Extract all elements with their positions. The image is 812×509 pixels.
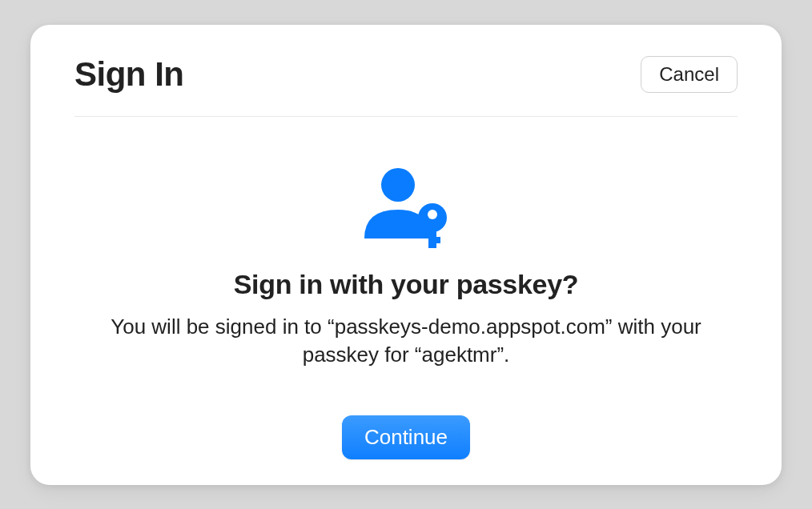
svg-point-0 xyxy=(381,168,415,202)
cancel-button[interactable]: Cancel xyxy=(641,56,738,93)
continue-button[interactable]: Continue xyxy=(342,415,470,459)
sign-in-modal: Sign In Cancel Sign in with your passkey… xyxy=(30,25,782,485)
modal-content: Sign in with your passkey? You will be s… xyxy=(74,117,738,485)
passkey-subtitle: Sign in with your passkey? xyxy=(234,269,579,300)
modal-title: Sign In xyxy=(74,55,184,94)
svg-point-2 xyxy=(428,210,437,219)
passkey-icon xyxy=(358,165,454,253)
modal-header: Sign In Cancel xyxy=(74,25,738,117)
passkey-description: You will be signed in to “passkeys-demo.… xyxy=(94,313,718,369)
